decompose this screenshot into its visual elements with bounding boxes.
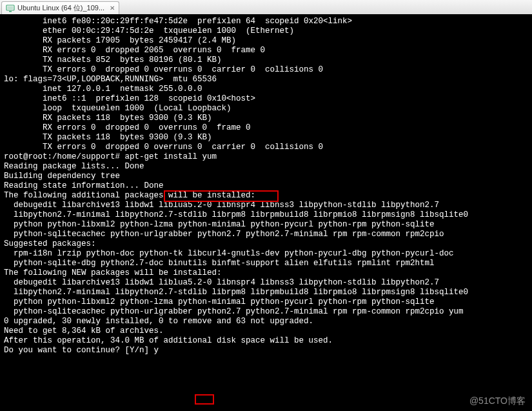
terminal-line: 0 upgraded, 30 newly installed, 0 to rem… xyxy=(4,317,528,326)
terminal-line: python-sqlitecachec python-urlgrabber py… xyxy=(4,307,528,317)
terminal-line: RX packets 118 bytes 9300 (9.3 KB) xyxy=(4,114,528,123)
terminal-line: RX errors 0 dropped 2065 overruns 0 fram… xyxy=(4,46,528,55)
svg-rect-1 xyxy=(9,11,12,12)
terminal-line: loop txqueuelen 1000 (Local Loopback) xyxy=(4,104,528,114)
terminal-line: TX packets 118 bytes 9300 (9.3 KB) xyxy=(4,133,528,143)
terminal-line: python-sqlite-dbg python2.7-doc binutils… xyxy=(4,259,528,268)
terminal-line: inet6 fe80::20c:29ff:fe47:5d2e prefixlen… xyxy=(4,17,528,26)
terminal-line: lo: flags=73<UP,LOOPBACK,RUNNING> mtu 65… xyxy=(4,75,528,85)
terminal-line: RX packets 17905 bytes 2459417 (2.4 MB) xyxy=(4,36,528,46)
terminal-line: After this operation, 34.0 MB of additio… xyxy=(4,336,528,346)
svg-rect-2 xyxy=(8,6,14,9)
terminal-line: rpm-i18n lrzip python-doc python-tk libc… xyxy=(4,249,528,259)
close-icon[interactable]: ✕ xyxy=(110,5,115,12)
terminal-line: python-sqlitecachec python-urlgrabber py… xyxy=(4,230,528,239)
terminal-line: inet 127.0.0.1 netmask 255.0.0.0 xyxy=(4,85,528,94)
terminal-line: debugedit libarchive13 libdw1 liblua5.2-… xyxy=(4,201,528,210)
terminal-line: RX errors 0 dropped 0 overruns 0 frame 0 xyxy=(4,123,528,133)
terminal-line: ether 00:0c:29:47:5d:2e txqueuelen 1000 … xyxy=(4,26,528,36)
terminal-line: python python-libxml2 python-lzma python… xyxy=(4,220,528,230)
terminal-line: inet6 ::1 prefixlen 128 scopeid 0x10<hos… xyxy=(4,94,528,104)
terminal-line: Reading state information... Done xyxy=(4,181,528,191)
terminal-line: libpython2.7-minimal libpython2.7-stdlib… xyxy=(4,288,528,297)
terminal-line: python python-libxml2 python-lzma python… xyxy=(4,297,528,307)
terminal-line: TX errors 0 dropped 0 overruns 0 carrier… xyxy=(4,65,528,75)
watermark: @51CTO博客 xyxy=(469,396,526,407)
terminal-line: debugedit libarchive13 libdw1 liblua5.2-… xyxy=(4,278,528,288)
terminal-line: libpython2.7-minimal libpython2.7-stdlib… xyxy=(4,210,528,220)
terminal-line: Building dependency tree xyxy=(4,172,528,181)
terminal-output[interactable]: inet6 fe80::20c:29ff:fe47:5d2e prefixlen… xyxy=(0,14,532,411)
vm-tab[interactable]: Ubuntu Linux (64 位)_109... ✕ xyxy=(1,1,119,14)
tab-title: Ubuntu Linux (64 位)_109... xyxy=(17,3,104,13)
terminal-line: TX errors 0 dropped 0 overruns 0 carrier… xyxy=(4,143,528,152)
monitor-icon xyxy=(6,4,15,13)
terminal-line: Suggested packages: xyxy=(4,239,528,249)
terminal-line: Reading package lists... Done xyxy=(4,162,528,172)
terminal-line: The following NEW packages will be insta… xyxy=(4,268,528,278)
tab-bar: Ubuntu Linux (64 位)_109... ✕ xyxy=(0,0,532,14)
terminal-line: Need to get 8,364 kB of archives. xyxy=(4,326,528,336)
terminal-line: root@root:/home/support# apt-get install… xyxy=(4,152,528,162)
terminal-line: Do you want to continue? [Y/n] y xyxy=(4,346,528,356)
terminal-line: TX nackets 852 bytes 80196 (80.1 KB) xyxy=(4,55,528,65)
terminal-line: The following additional packages will b… xyxy=(4,191,528,201)
